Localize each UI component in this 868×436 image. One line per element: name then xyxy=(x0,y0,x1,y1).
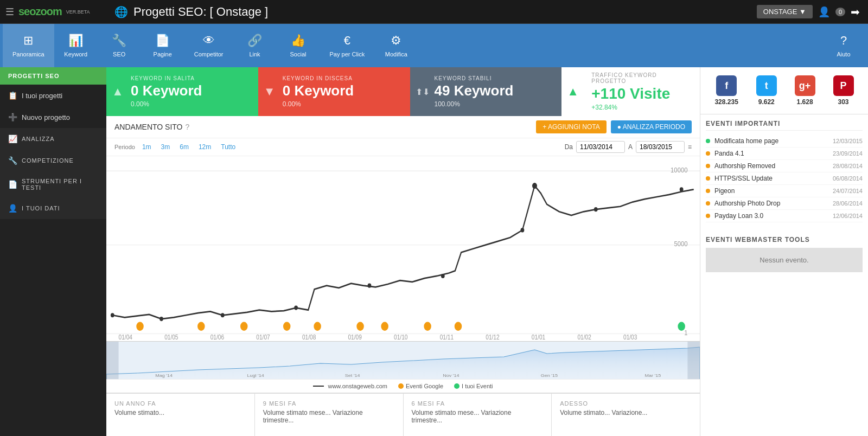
date-from-label: Da xyxy=(565,143,573,151)
svg-point-26 xyxy=(594,207,598,211)
event-item: Panda 4.1 23/09/2014 xyxy=(706,148,863,160)
analizza-periodo-button[interactable]: ● ANALIZZA PERIODO xyxy=(611,120,692,133)
sidebar-item-i-tuoi-dati[interactable]: 👤 I TUOI DATI xyxy=(0,197,106,219)
sidebar-item-label: I TUOI DATI xyxy=(22,205,60,211)
sidebar-item-i-tuoi-progetti[interactable]: 📋 I tuoi progetti xyxy=(0,85,106,106)
stat-salita-value: 0 Keyword xyxy=(131,82,247,99)
svg-point-33 xyxy=(356,322,364,331)
un-anno-fa-title: UN ANNO FA xyxy=(114,400,246,407)
event-date: 23/09/2014 xyxy=(833,150,863,157)
chart-minimap[interactable]: Mag '14 Lugl '14 Set '14 Nov '14 Gen '15… xyxy=(106,341,700,379)
content-area: ▲ KEYWORD IN SALITA 0 Keyword 0.00% ▼ KE… xyxy=(106,67,700,436)
chart-title: ANDAMENTO SITO ? xyxy=(114,123,189,131)
svg-point-32 xyxy=(314,322,321,331)
bottom-card-6-mesi-fa: 6 MESI FA Volume stimato mese... Variazi… xyxy=(404,394,552,436)
chart-controls: Periodo 1m 3m 6m 12m Tutto Da A ≡ xyxy=(106,138,700,156)
aggiungi-nota-button[interactable]: + AGGIUNGI NOTA xyxy=(536,120,606,133)
competizione-icon: 🔧 xyxy=(8,156,17,165)
logout-icon[interactable]: ➡ xyxy=(851,5,860,18)
tab-social-label: Social xyxy=(290,51,307,57)
tab-pagine[interactable]: 📄 Pagine xyxy=(141,24,184,67)
period-tutto[interactable]: Tutto xyxy=(218,142,238,152)
svg-text:5000: 5000 xyxy=(674,240,687,248)
sidebar-item-analizza[interactable]: 📈 ANALIZZA xyxy=(0,128,106,150)
menu-icon[interactable]: ☰ xyxy=(5,6,14,18)
stat-stabili-percent: 100.00% xyxy=(435,100,551,108)
stat-discesa-percent: 0.00% xyxy=(283,100,399,108)
stat-discesa-value: 0 Keyword xyxy=(283,82,399,99)
period-12m[interactable]: 12m xyxy=(196,142,214,152)
svg-point-36 xyxy=(455,322,462,331)
social-facebook[interactable]: f 328.235 xyxy=(714,75,738,106)
social-twitter[interactable]: t 9.622 xyxy=(756,75,777,106)
event-name: Pigeon xyxy=(710,187,833,195)
svg-text:1: 1 xyxy=(684,329,687,337)
event-item: HTTPS/SSL Update 06/08/2014 xyxy=(706,172,863,185)
social-pinterest[interactable]: P 303 xyxy=(833,75,854,106)
9-mesi-fa-title: 9 MESI FA xyxy=(263,400,395,407)
period-6m[interactable]: 6m xyxy=(177,142,192,152)
page-title-area: 🌐 Progetti SEO: [ Onstage ] xyxy=(106,5,749,19)
stat-stabili-label: KEYWORD STABILI xyxy=(435,75,551,81)
svg-point-31 xyxy=(283,322,291,331)
tab-keyword[interactable]: 📊 Keyword xyxy=(54,24,98,67)
date-from-input[interactable] xyxy=(576,141,625,153)
sidebar-item-strumenti[interactable]: 📄 STRUMENTI PER I TESTI xyxy=(0,171,106,197)
tab-social[interactable]: 👍 Social xyxy=(277,24,320,67)
date-to-input[interactable] xyxy=(636,141,685,153)
tab-modifica[interactable]: ⚙ Modifica xyxy=(374,24,418,67)
chart-menu-icon[interactable]: ≡ xyxy=(688,143,692,151)
social-googleplus[interactable]: g+ 1.628 xyxy=(795,75,815,106)
svg-text:Mar '15: Mar '15 xyxy=(644,373,661,377)
tw-count: 9.622 xyxy=(758,98,775,106)
help-icon[interactable]: ? xyxy=(186,123,190,131)
tab-panoramica-label: Panoramica xyxy=(12,51,44,57)
twitter-icon: t xyxy=(756,75,777,96)
chart-header: ANDAMENTO SITO ? + AGGIUNGI NOTA ● ANALI… xyxy=(106,116,700,138)
6-mesi-fa-title: 6 MESI FA xyxy=(412,400,544,407)
eventi-list: Modificata home page 12/03/2015 Panda 4.… xyxy=(706,135,863,222)
svg-point-29 xyxy=(197,322,205,331)
main-chart-svg: 10000 5000 1 01/04 01/05 01/06 01/07 01/… xyxy=(106,156,700,341)
svg-point-25 xyxy=(532,183,537,189)
sidebar-item-competizione[interactable]: 🔧 COMPETIZIONE xyxy=(0,150,106,171)
event-name: Payday Loan 3.0 xyxy=(710,212,833,220)
svg-point-27 xyxy=(680,187,684,191)
tab-aiuto[interactable]: ? Aiuto xyxy=(822,24,865,67)
fb-count: 328.235 xyxy=(714,98,738,106)
date-controls: Da A ≡ xyxy=(565,141,692,153)
tab-seo-label: SEO xyxy=(113,51,125,57)
strumenti-icon: 📄 xyxy=(8,180,17,189)
traffico-value: +110 Visite xyxy=(572,85,689,102)
svg-text:Set '14: Set '14 xyxy=(345,373,360,377)
sidebar-item-nuovo-progetto[interactable]: ➕ Nuovo progetto xyxy=(0,106,106,128)
svg-text:01/01: 01/01 xyxy=(532,334,545,341)
eventi-webmaster-title: EVENTI WEBMASTER TOOLS xyxy=(706,236,863,243)
top-bar: ☰ seozoom VER.BETA 🌐 Progetti SEO: [ Ons… xyxy=(0,0,868,24)
notification-badge[interactable]: 0 xyxy=(835,8,845,16)
onstage-button[interactable]: ONSTAGE ▼ xyxy=(757,5,813,18)
tab-pay-per-click[interactable]: € Pay per Click xyxy=(320,24,375,67)
facebook-icon: f xyxy=(716,75,737,96)
tab-link[interactable]: 🔗 Link xyxy=(233,24,277,67)
svg-text:Lugl '14: Lugl '14 xyxy=(247,373,264,377)
period-3m[interactable]: 3m xyxy=(158,142,173,152)
link-icon: 🔗 xyxy=(247,34,262,48)
modifica-icon: ⚙ xyxy=(391,34,401,48)
stats-row: ▲ KEYWORD IN SALITA 0 Keyword 0.00% ▼ KE… xyxy=(106,67,700,116)
eventi-google-dot xyxy=(398,383,404,389)
event-date: 12/03/2015 xyxy=(833,138,863,144)
tab-keyword-label: Keyword xyxy=(64,51,87,57)
tab-seo[interactable]: 🔧 SEO xyxy=(98,24,141,67)
period-1m[interactable]: 1m xyxy=(139,142,154,152)
competitor-icon: 👁 xyxy=(203,34,215,48)
user-icon[interactable]: 👤 xyxy=(818,6,830,18)
svg-point-21 xyxy=(294,306,298,310)
globe-icon: 🌐 xyxy=(114,5,128,18)
tab-panoramica[interactable]: ⊞ Panoramica xyxy=(3,24,54,67)
social-row: f 328.235 t 9.622 g+ 1.628 P 303 xyxy=(700,67,868,114)
svg-rect-40 xyxy=(687,342,700,379)
svg-text:01/12: 01/12 xyxy=(486,334,499,341)
tab-competitor[interactable]: 👁 Competitor xyxy=(184,24,233,67)
sidebar: PROGETTI SEO 📋 I tuoi progetti ➕ Nuovo p… xyxy=(0,67,106,436)
